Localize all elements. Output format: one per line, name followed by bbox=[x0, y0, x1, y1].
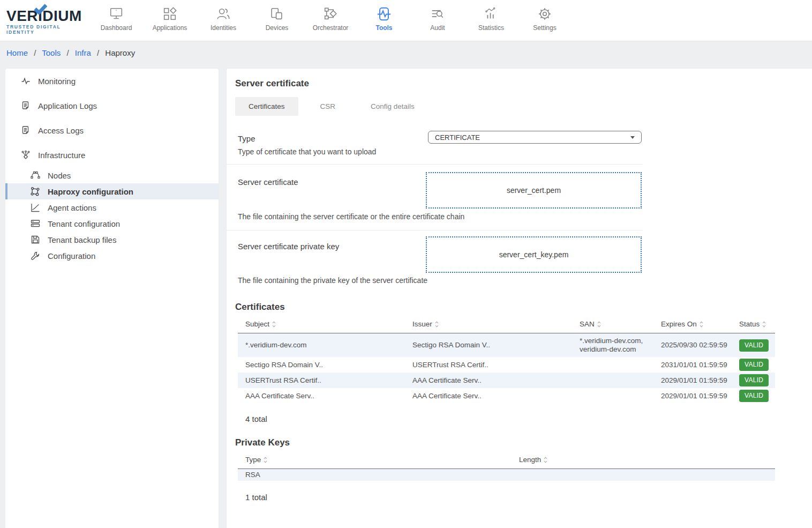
sidebar: Monitoring Application Logs Access Logs … bbox=[5, 69, 219, 528]
sort-icon bbox=[272, 321, 276, 328]
flowchart-icon bbox=[304, 5, 357, 23]
nav-item-tools[interactable]: Tools bbox=[357, 0, 411, 32]
monitor-icon bbox=[89, 5, 143, 23]
selected-type-value: CERTIFICATE bbox=[435, 133, 480, 142]
sort-icon bbox=[700, 321, 703, 328]
certificate-form: Type Type of certificate that you want t… bbox=[227, 131, 643, 292]
nav-item-statistics[interactable]: Statistics bbox=[464, 0, 518, 32]
sidebar-item-tenant-backup-files[interactable]: Tenant backup files bbox=[5, 232, 219, 248]
type-label: Type bbox=[238, 134, 255, 143]
breadcrumb-separator: / bbox=[66, 48, 69, 57]
breadcrumb-separator: / bbox=[97, 48, 99, 57]
nav-item-orchestrator[interactable]: Orchestrator bbox=[304, 0, 357, 32]
column-header-expires-on[interactable]: Expires On bbox=[653, 320, 732, 328]
certificate-type-select[interactable]: CERTIFICATE bbox=[428, 131, 642, 144]
document-icon bbox=[20, 125, 31, 135]
private-keys-table-header: Type Length bbox=[238, 453, 775, 469]
column-header-length[interactable]: Length bbox=[512, 456, 775, 464]
sidebar-item-access-logs[interactable]: Access Logs bbox=[5, 118, 219, 143]
nav-item-dashboard[interactable]: Dashboard bbox=[89, 0, 143, 32]
table-row: Sectigo RSA Domain V.. USERTrust RSA Cer… bbox=[238, 357, 775, 373]
wrench-icon bbox=[30, 251, 41, 261]
bar-chart-icon bbox=[464, 5, 518, 23]
status-badge: VALID bbox=[739, 374, 769, 386]
sort-icon bbox=[597, 321, 601, 328]
sidebar-item-label: Configuration bbox=[48, 251, 95, 261]
sidebar-item-tenant-configuration[interactable]: Tenant configuration bbox=[5, 215, 219, 232]
breadcrumb: Home / Tools / Infra / Haproxy bbox=[6, 48, 135, 57]
breadcrumb-home[interactable]: Home bbox=[6, 48, 28, 57]
server-icon bbox=[30, 219, 41, 228]
nav-item-applications[interactable]: Applications bbox=[143, 0, 197, 32]
devices-icon bbox=[250, 5, 304, 23]
sort-icon bbox=[762, 321, 766, 328]
sidebar-item-label: Access Logs bbox=[38, 126, 84, 135]
veridium-logo[interactable]: VERIDIUM TRUSTED DIGITAL IDENTITY bbox=[6, 8, 89, 35]
private-keys-section-title: Private Keys bbox=[235, 437, 812, 448]
nav-item-audit[interactable]: Audit bbox=[411, 0, 464, 32]
chevron-down-icon bbox=[630, 136, 635, 139]
document-icon bbox=[20, 101, 31, 110]
private-key-label: Server certificate private key bbox=[238, 242, 339, 251]
certificates-table-header: Subject Issuer SAN Expires On Status bbox=[238, 318, 775, 333]
gear-icon bbox=[518, 5, 572, 23]
tab-config-details[interactable]: Config details bbox=[357, 97, 428, 116]
table-row: *.veridium-dev.com Sectigo RSA Domain V.… bbox=[238, 333, 775, 357]
nav-item-settings[interactable]: Settings bbox=[518, 0, 572, 32]
sidebar-item-label: Nodes bbox=[48, 171, 71, 180]
sidebar-item-monitoring[interactable]: Monitoring bbox=[5, 69, 219, 93]
column-header-issuer[interactable]: Issuer bbox=[405, 320, 572, 328]
sidebar-item-label: Tenant configuration bbox=[48, 219, 120, 228]
sidebar-item-label: Infrastructure bbox=[38, 151, 85, 160]
server-certificate-row: Server certificate server_cert.pem The f… bbox=[227, 164, 643, 230]
sidebar-item-nodes[interactable]: Nodes bbox=[5, 167, 219, 183]
server-certificate-dropzone[interactable]: server_cert.pem bbox=[426, 172, 642, 209]
tab-certificates[interactable]: Certificates bbox=[235, 97, 298, 116]
certificates-table: Subject Issuer SAN Expires On Status *.v… bbox=[238, 318, 775, 404]
logo-tagline: TRUSTED DIGITAL IDENTITY bbox=[6, 24, 89, 35]
sidebar-item-agent-actions[interactable]: Agent actions bbox=[5, 199, 219, 215]
private-key-dropzone[interactable]: server_cert_key.pem bbox=[426, 236, 642, 273]
column-header-san[interactable]: SAN bbox=[572, 320, 653, 328]
private-keys-total-count: 1 total bbox=[245, 493, 812, 502]
sidebar-item-haproxy-configuration[interactable]: Haproxy configuration bbox=[5, 183, 219, 199]
chart-line-icon bbox=[30, 203, 41, 212]
server-certificate-help: The file containing the server certifica… bbox=[238, 212, 464, 221]
floppy-icon bbox=[30, 235, 41, 244]
sidebar-item-configuration[interactable]: Configuration bbox=[5, 248, 219, 264]
breadcrumb-current: Haproxy bbox=[105, 48, 135, 57]
logo-check-icon bbox=[33, 4, 48, 17]
sort-icon bbox=[264, 457, 267, 463]
type-field-row: Type Type of certificate that you want t… bbox=[227, 131, 643, 164]
sidebar-item-label: Monitoring bbox=[38, 77, 76, 86]
top-navbar: VERIDIUM TRUSTED DIGITAL IDENTITY Dashbo… bbox=[0, 0, 812, 41]
tab-csr[interactable]: CSR bbox=[307, 97, 349, 116]
table-row: RSA bbox=[238, 469, 775, 481]
column-header-status[interactable]: Status bbox=[732, 320, 775, 328]
nav-item-devices[interactable]: Devices bbox=[250, 0, 304, 32]
server-certificate-label: Server certificate bbox=[238, 177, 298, 187]
graph-icon bbox=[30, 187, 41, 196]
sort-icon bbox=[544, 457, 547, 463]
column-header-type[interactable]: Type bbox=[238, 456, 512, 464]
grid-icon bbox=[143, 5, 197, 23]
sidebar-item-label: Haproxy configuration bbox=[48, 187, 133, 196]
table-row: AAA Certificate Serv.. AAA Certificate S… bbox=[238, 388, 775, 404]
activity-icon bbox=[20, 76, 31, 86]
breadcrumb-tools[interactable]: Tools bbox=[42, 48, 61, 57]
sidebar-item-infrastructure[interactable]: Infrastructure bbox=[5, 143, 219, 167]
column-header-subject[interactable]: Subject bbox=[238, 320, 405, 328]
private-key-row: Server certificate private key server_ce… bbox=[227, 230, 643, 292]
logo-wordmark: VERIDIUM bbox=[6, 8, 89, 24]
server-certificate-filename: server_cert.pem bbox=[507, 186, 561, 195]
certificates-total-count: 4 total bbox=[245, 414, 812, 423]
nav-item-identities[interactable]: Identities bbox=[197, 0, 250, 32]
sidebar-item-application-logs[interactable]: Application Logs bbox=[5, 93, 219, 118]
private-key-help: The file containing the private key of t… bbox=[238, 276, 427, 285]
status-badge: VALID bbox=[739, 390, 769, 402]
sidebar-item-label: Agent actions bbox=[48, 203, 96, 212]
network-icon bbox=[20, 150, 31, 160]
nodes-icon bbox=[30, 170, 41, 180]
breadcrumb-infra[interactable]: Infra bbox=[75, 48, 91, 57]
main-content: Server certificate Certificates CSR Conf… bbox=[227, 69, 812, 528]
